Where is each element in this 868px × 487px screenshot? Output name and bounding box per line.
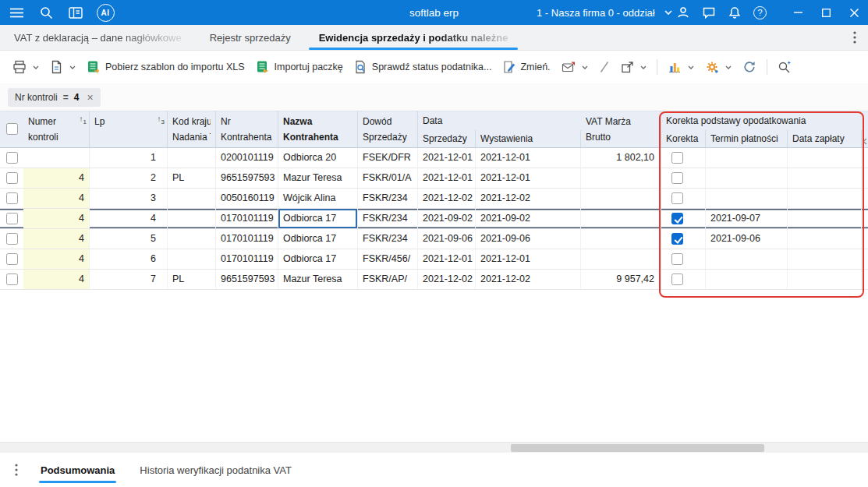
cell-nr-kontrahenta[interactable]: 0170101119 (216, 229, 278, 249)
table-row[interactable]: 4 7 PL 9651597593 Mazur Teresa FSKR/AP/ … (0, 270, 868, 290)
tab-ewidencja-sprzedazy[interactable]: Ewidencja sprzedaży i podatku należne (305, 25, 523, 50)
bell-icon[interactable] (721, 0, 747, 25)
cell-data-sprzedazy[interactable]: 2021-09-02 (418, 209, 476, 228)
cell-dowod-sprzedazy[interactable]: FSKR/234 (358, 229, 418, 249)
cell-data-zaplaty[interactable] (788, 229, 862, 249)
chart-button[interactable] (662, 55, 700, 79)
cell-data-wystawienia[interactable]: 2021-12-01 (476, 249, 581, 269)
cell-nazwa-kontrahenta[interactable]: Mazur Teresa (278, 270, 358, 289)
korekta-checkbox[interactable] (671, 192, 683, 204)
korekta-checkbox[interactable] (671, 233, 683, 245)
cell-numer-kontroli[interactable]: 4 (23, 209, 90, 228)
cell-dowod-sprzedazy[interactable]: FSKR/234 (358, 209, 418, 228)
cell-termin-platnosci[interactable] (706, 270, 788, 289)
col-header-nr-kontrahenta[interactable]: Nr Kontrahenta (216, 111, 278, 147)
col-header-numer-kontroli[interactable]: Numer kontroli ↑1 (23, 111, 90, 147)
cell-termin-platnosci[interactable] (706, 148, 788, 168)
check-taxpayer-status-button[interactable]: Sprawdź status podatnika... (349, 55, 498, 79)
cell-data-wystawienia[interactable]: 2021-12-01 (476, 148, 581, 168)
cell-nr-kontrahenta[interactable]: 0050160119 (216, 189, 278, 208)
cell-data-sprzedazy[interactable]: 2021-12-02 (418, 189, 476, 208)
cell-nazwa-kontrahenta[interactable]: Odbiorca 17 (278, 209, 358, 228)
table-row[interactable]: 4 5 0170101119 Odbiorca 17 FSKR/234 2021… (0, 229, 868, 249)
minimize-button[interactable] (784, 0, 812, 25)
cell-dowod-sprzedazy[interactable]: FSKR/01/A (358, 168, 418, 188)
cell-data-sprzedazy[interactable]: 2021-09-06 (418, 229, 476, 249)
row-select-checkbox[interactable] (6, 213, 18, 224)
row-select-checkbox[interactable] (6, 253, 18, 265)
cell-nazwa-kontrahenta[interactable]: Odbiorca 20 (278, 148, 358, 168)
zoom-search-button[interactable] (772, 55, 796, 79)
cell-data-sprzedazy[interactable]: 2021-12-01 (418, 249, 476, 269)
cell-nazwa-kontrahenta[interactable]: Wójcik Alina (278, 189, 358, 208)
bottom-tab-historia-weryfikacji[interactable]: Historia weryfikacji podatnika VAT (127, 453, 304, 487)
col-header-korekta[interactable]: Korekta (661, 130, 706, 147)
cell-numer-kontroli[interactable] (23, 148, 90, 168)
cell-nr-kontrahenta[interactable]: 9651597593 (216, 168, 278, 188)
cell-lp[interactable]: 2 (90, 168, 168, 188)
cell-nazwa-kontrahenta[interactable]: Mazur Teresa (278, 168, 358, 188)
col-header-data-zaplaty[interactable]: Data zapłaty (788, 130, 862, 147)
korekta-checkbox[interactable] (671, 253, 683, 265)
apps-grid-icon[interactable] (61, 0, 90, 25)
col-group-data[interactable]: Data Sprzedaży Wystawienia (418, 111, 581, 147)
cell-data-zaplaty[interactable] (788, 209, 862, 228)
ai-assistant-button[interactable]: AI (90, 0, 120, 25)
col-header-data-sprzedazy[interactable]: Sprzedaży (418, 130, 476, 147)
cell-kod-kraju[interactable]: PL (168, 270, 216, 289)
cell-kod-kraju[interactable] (168, 209, 216, 228)
download-xls-template-button[interactable]: Pobierz szablon do importu XLS (81, 55, 250, 79)
cell-data-sprzedazy[interactable]: 2021-12-01 (418, 148, 476, 168)
cell-nazwa-kontrahenta[interactable]: Odbiorca 17 (278, 249, 358, 269)
company-selector[interactable]: 1 - Nasza firma 0 - oddział (537, 0, 672, 25)
cell-kod-kraju[interactable]: PL (168, 168, 216, 188)
table-row[interactable]: 1 0200101119 Odbiorca 20 FSEK/DFR 2021-1… (0, 148, 868, 168)
row-select-checkbox[interactable] (6, 273, 18, 285)
cell-vat-marza-brutto[interactable]: 9 957,42 (581, 270, 661, 289)
cell-data-wystawienia[interactable]: 2021-12-02 (476, 189, 581, 208)
row-select-checkbox[interactable] (6, 172, 18, 184)
send-button[interactable] (556, 55, 593, 79)
cell-vat-marza-brutto[interactable]: 1 802,10 (581, 148, 661, 168)
settings-button[interactable] (700, 55, 737, 79)
cell-nr-kontrahenta[interactable]: 0170101119 (216, 209, 278, 228)
row-select-checkbox[interactable] (6, 192, 18, 204)
cell-numer-kontroli[interactable]: 4 (23, 168, 90, 188)
cell-vat-marza-brutto[interactable] (581, 168, 661, 188)
table-row[interactable]: 4 6 0170101119 Odbiorca 17 FSKR/456/ 202… (0, 249, 868, 270)
user-icon[interactable] (670, 0, 696, 25)
cell-vat-marza-brutto[interactable] (581, 229, 661, 249)
cell-data-wystawienia[interactable]: 2021-09-02 (476, 209, 581, 228)
cell-data-zaplaty[interactable] (788, 249, 862, 269)
cell-data-sprzedazy[interactable]: 2021-12-01 (418, 168, 476, 188)
col-group-korekta[interactable]: Korekta podstawy opodatkowania Korekta T… (661, 111, 862, 147)
select-all-checkbox[interactable] (6, 123, 18, 135)
chat-icon[interactable] (696, 0, 721, 25)
maximize-button[interactable] (812, 0, 840, 25)
cell-dowod-sprzedazy[interactable]: FSKR/AP/ (358, 270, 418, 289)
cell-numer-kontroli[interactable]: 4 (23, 249, 90, 269)
cell-lp[interactable]: 3 (90, 189, 168, 208)
cell-dowod-sprzedazy[interactable]: FSKR/234 (358, 189, 418, 208)
col-header-data-wystawienia[interactable]: Wystawienia (476, 130, 581, 147)
cell-numer-kontroli[interactable]: 4 (23, 229, 90, 249)
import-package-button[interactable]: Importuj paczkę (250, 55, 349, 79)
table-row[interactable]: 4 2 PL 9651597593 Mazur Teresa FSKR/01/A… (0, 168, 868, 189)
cell-data-wystawienia[interactable]: 2021-12-01 (476, 168, 581, 188)
table-row[interactable]: 4 3 0050160119 Wójcik Alina FSKR/234 202… (0, 189, 868, 209)
cell-dowod-sprzedazy[interactable]: FSEK/DFR (358, 148, 418, 168)
cell-kod-kraju[interactable] (168, 148, 216, 168)
cell-lp[interactable]: 4 (90, 209, 168, 228)
cell-dowod-sprzedazy[interactable]: FSKR/456/ (358, 249, 418, 269)
cell-termin-platnosci[interactable] (706, 189, 788, 208)
horizontal-scrollbar[interactable] (0, 442, 868, 453)
print-button[interactable] (7, 55, 44, 79)
export-button[interactable] (44, 55, 81, 79)
cell-kod-kraju[interactable] (168, 229, 216, 249)
cell-termin-platnosci[interactable] (706, 249, 788, 269)
korekta-checkbox[interactable] (671, 273, 683, 285)
filter-chip[interactable]: Nr kontroli = 4 × (8, 88, 101, 107)
cell-lp[interactable]: 5 (90, 229, 168, 249)
refresh-button[interactable] (737, 55, 762, 79)
col-header-vat-marza-brutto[interactable]: VAT Marża Brutto (581, 111, 661, 147)
